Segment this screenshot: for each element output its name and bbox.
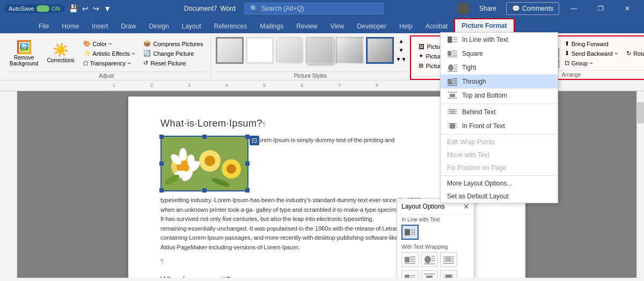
wrap-divider-1 xyxy=(441,103,558,104)
svg-rect-86 xyxy=(450,123,455,129)
vertical-scrollbar[interactable] xyxy=(636,91,644,278)
handle-tr[interactable] xyxy=(245,135,250,139)
wrap-tight-item[interactable]: Tight xyxy=(441,61,558,75)
wrap-tight-icon xyxy=(447,63,458,72)
left-margin xyxy=(0,91,17,278)
undo-icon[interactable]: ↩ xyxy=(82,4,89,13)
autosave-on-indicator xyxy=(36,5,49,12)
wrap-edit-points-label: Edit Wrap Points xyxy=(447,138,495,146)
handle-br[interactable] xyxy=(245,188,250,193)
handle-bl[interactable] xyxy=(159,188,164,193)
send-backward-button[interactable]: ⬇ Send Backward ~ xyxy=(561,49,621,58)
ribbon-group-picture-styles: ▲ ▼ ▼▼ Picture Styles xyxy=(211,35,410,80)
tab-draw[interactable]: Draw xyxy=(114,19,142,33)
wrap-more-layout-item[interactable]: More Layout Options... xyxy=(441,177,558,190)
tab-insert[interactable]: Insert xyxy=(85,19,114,33)
style-thumb-6[interactable] xyxy=(366,37,394,64)
bring-forward-button[interactable]: ⬆ Bring Forward xyxy=(561,39,621,48)
tab-picture-format[interactable]: Picture Format xyxy=(454,18,515,33)
minimize-button[interactable]: — xyxy=(561,0,586,17)
handle-mr[interactable] xyxy=(245,161,250,166)
tab-developer[interactable]: Developer xyxy=(350,19,393,33)
save-icon[interactable]: 💾 xyxy=(69,4,78,13)
layout-options-trigger[interactable]: ⊡ xyxy=(250,136,259,145)
tab-review[interactable]: Review xyxy=(290,19,324,33)
ruler-svg: 12 34 56 78 xyxy=(107,80,483,91)
rotate-button[interactable]: ↻ Rotate ~ xyxy=(623,49,644,58)
artistic-effects-button[interactable]: ✨ Artistic Effects ~ xyxy=(80,49,138,58)
corrections-label: Corrections xyxy=(47,57,74,63)
comments-button[interactable]: 💬 Comments xyxy=(506,2,559,15)
handle-ml[interactable] xyxy=(159,161,164,166)
wrap-inline-item[interactable]: In Line with Text xyxy=(441,33,558,47)
behind-text-btn[interactable] xyxy=(440,252,457,267)
through-wrap-btn[interactable] xyxy=(401,270,419,278)
scrollbar-thumb[interactable] xyxy=(637,102,644,123)
corrections-button[interactable]: ☀️ Corrections xyxy=(43,41,77,65)
style-thumb-1[interactable] xyxy=(216,37,244,64)
top-bottom-wrap-btn[interactable] xyxy=(421,270,438,278)
handle-bm[interactable] xyxy=(202,188,207,193)
redo-icon[interactable]: ↪ xyxy=(93,4,99,13)
inline-text-btn[interactable] xyxy=(401,225,419,240)
compress-pictures-button[interactable]: 📦 Compress Pictures xyxy=(140,39,206,48)
wrap-through-icon xyxy=(447,77,458,86)
square-wrap-btn[interactable] xyxy=(401,252,419,267)
tab-design[interactable]: Design xyxy=(142,19,175,33)
styles-scroll-down[interactable]: ▼ xyxy=(397,46,405,54)
layout-section1-label: In Line with Text xyxy=(397,215,474,224)
app-name: Word xyxy=(220,5,235,12)
style-thumb-5[interactable] xyxy=(336,37,364,64)
tab-acrobat[interactable]: Acrobat xyxy=(419,19,454,33)
tab-references[interactable]: References xyxy=(208,19,253,33)
title-bar: AutoSave ON 💾 ↩ ↪ ▼ Document7 Word 🔍 Sea… xyxy=(0,0,644,17)
tab-layout[interactable]: Layout xyxy=(175,19,208,33)
wrap-topbottom-item[interactable]: Top and Bottom xyxy=(441,88,558,102)
styles-scroll-up[interactable]: ▲ xyxy=(397,36,405,45)
style-thumb-3[interactable] xyxy=(276,37,304,64)
styles-more[interactable]: ▼▼ xyxy=(397,55,405,63)
change-picture-button[interactable]: 🔄 Change Picture xyxy=(140,49,206,58)
search-placeholder: Search (Alt+Q) xyxy=(261,5,304,12)
layout-options-popup: Layout Options ✕ In Line with Text With xyxy=(397,198,474,278)
tab-help[interactable]: Help xyxy=(393,19,419,33)
handle-tl[interactable] xyxy=(159,135,164,139)
remove-background-button[interactable]: 🖼️ RemoveBackground xyxy=(6,39,41,69)
tight-wrap-btn[interactable] xyxy=(421,252,438,267)
wrap-through-item[interactable]: Through xyxy=(441,75,558,88)
tab-file[interactable]: File xyxy=(32,19,55,33)
picture-layout-icon: ⊞ xyxy=(419,62,423,69)
wrap-infront-icon xyxy=(447,122,458,130)
transparency-label: Transparency ~ xyxy=(90,60,131,66)
wrap-infront-item[interactable]: In Front of Text xyxy=(441,119,558,133)
group-button[interactable]: ⊡ Group ~ xyxy=(561,58,621,68)
user-avatar[interactable] xyxy=(457,2,470,15)
transparency-button[interactable]: ◻ Transparency ~ xyxy=(80,58,138,68)
restore-button[interactable]: ❐ xyxy=(588,0,613,17)
color-label: Color ~ xyxy=(93,41,112,47)
svg-text:7: 7 xyxy=(338,83,341,88)
svg-text:1: 1 xyxy=(113,83,115,88)
tab-view[interactable]: View xyxy=(324,19,351,33)
style-thumb-4[interactable] xyxy=(306,37,334,64)
svg-rect-50 xyxy=(426,276,433,278)
reset-label: Reset Picture xyxy=(150,60,186,66)
handle-tm[interactable] xyxy=(202,135,207,139)
wrap-set-default-item[interactable]: Set as Default Layout xyxy=(441,190,558,203)
infront-text-btn[interactable] xyxy=(440,270,457,278)
autosave-toggle[interactable]: AutoSave ON xyxy=(4,4,64,13)
close-button[interactable]: ✕ xyxy=(615,0,640,17)
color-button[interactable]: 🎨 Color ~ xyxy=(80,39,138,48)
style-thumb-2[interactable] xyxy=(246,37,274,64)
customize-icon[interactable]: ▼ xyxy=(104,4,111,13)
artistic-effects-icon: ✨ xyxy=(83,50,91,57)
search-box[interactable]: 🔍 Search (Alt+Q) xyxy=(244,3,384,14)
tab-home[interactable]: Home xyxy=(55,19,85,33)
layout-popup-close[interactable]: ✕ xyxy=(463,202,470,211)
reset-picture-button[interactable]: ↺ Reset Picture xyxy=(140,58,206,68)
wrap-square-item[interactable]: Square xyxy=(441,47,558,61)
tab-mailings[interactable]: Mailings xyxy=(253,19,290,33)
share-button[interactable]: Share xyxy=(472,3,504,14)
wrap-behind-item[interactable]: Behind Text xyxy=(441,105,558,119)
selected-image-wrapper[interactable]: ⊡ xyxy=(160,136,248,191)
